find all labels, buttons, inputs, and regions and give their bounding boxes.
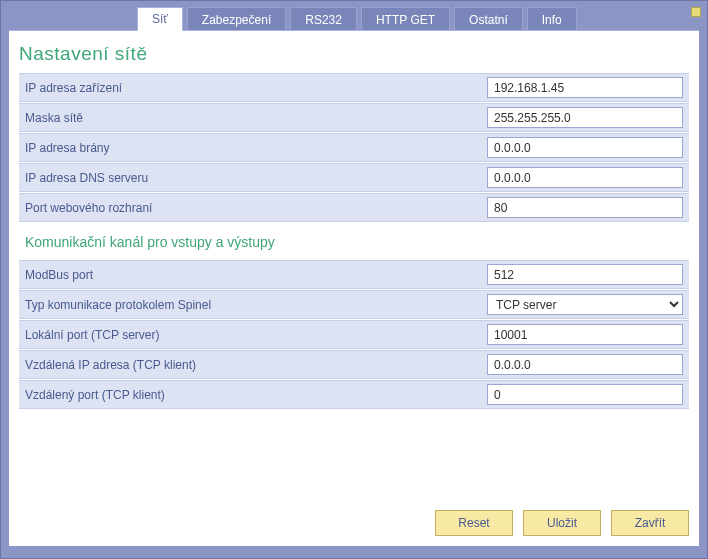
- button-bar: Reset Uložit Zavřít: [435, 510, 689, 536]
- input-dns[interactable]: [487, 167, 683, 188]
- row-remote-port: Vzdálený port (TCP klient): [19, 380, 689, 409]
- save-button[interactable]: Uložit: [523, 510, 601, 536]
- label-webport: Port webového rozhraní: [25, 201, 487, 215]
- label-remote-ip: Vzdálená IP adresa (TCP klient): [25, 358, 487, 372]
- section-title-network: Nastavení sítě: [19, 43, 689, 65]
- row-comm-type: Typ komunikace protokolem Spinel TCP ser…: [19, 290, 689, 319]
- tab-httpget[interactable]: HTTP GET: [361, 7, 450, 31]
- tab-sit[interactable]: Síť: [137, 7, 183, 31]
- settings-window: Síť Zabezpečení RS232 HTTP GET Ostatní I…: [0, 0, 708, 559]
- label-comm-type: Typ komunikace protokolem Spinel: [25, 298, 487, 312]
- input-remote-ip[interactable]: [487, 354, 683, 375]
- content-panel: Nastavení sítě IP adresa zařízení Maska …: [9, 30, 699, 546]
- tab-zabezpeceni[interactable]: Zabezpečení: [187, 7, 286, 31]
- row-dns: IP adresa DNS serveru: [19, 163, 689, 192]
- label-modbus: ModBus port: [25, 268, 487, 282]
- label-ip-device: IP adresa zařízení: [25, 81, 487, 95]
- tab-bar: Síť Zabezpečení RS232 HTTP GET Ostatní I…: [1, 1, 707, 31]
- row-modbus: ModBus port: [19, 260, 689, 289]
- close-button[interactable]: Zavřít: [611, 510, 689, 536]
- row-mask: Maska sítě: [19, 103, 689, 132]
- input-mask[interactable]: [487, 107, 683, 128]
- tab-rs232[interactable]: RS232: [290, 7, 357, 31]
- label-mask: Maska sítě: [25, 111, 487, 125]
- label-local-port: Lokální port (TCP server): [25, 328, 487, 342]
- row-gateway: IP adresa brány: [19, 133, 689, 162]
- input-webport[interactable]: [487, 197, 683, 218]
- input-local-port[interactable]: [487, 324, 683, 345]
- reset-button[interactable]: Reset: [435, 510, 513, 536]
- row-local-port: Lokální port (TCP server): [19, 320, 689, 349]
- input-ip-device[interactable]: [487, 77, 683, 98]
- label-remote-port: Vzdálený port (TCP klient): [25, 388, 487, 402]
- input-remote-port[interactable]: [487, 384, 683, 405]
- row-webport: Port webového rozhraní: [19, 193, 689, 222]
- label-gateway: IP adresa brány: [25, 141, 487, 155]
- section-title-channel: Komunikační kanál pro vstupy a výstupy: [19, 230, 689, 254]
- input-modbus[interactable]: [487, 264, 683, 285]
- row-ip-device: IP adresa zařízení: [19, 73, 689, 102]
- select-comm-type[interactable]: TCP server: [487, 294, 683, 315]
- status-indicator: [691, 7, 701, 17]
- input-gateway[interactable]: [487, 137, 683, 158]
- row-remote-ip: Vzdálená IP adresa (TCP klient): [19, 350, 689, 379]
- tab-info[interactable]: Info: [527, 7, 577, 31]
- label-dns: IP adresa DNS serveru: [25, 171, 487, 185]
- tab-ostatni[interactable]: Ostatní: [454, 7, 523, 31]
